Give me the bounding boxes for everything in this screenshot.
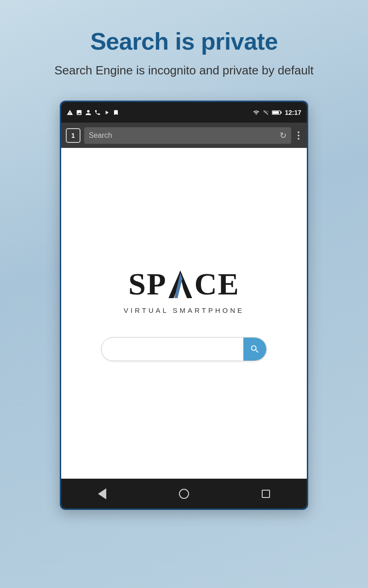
phone-mockup: 12:17 1 Search ↻ SP — [60, 101, 308, 510]
back-button[interactable] — [91, 482, 114, 505]
page-subtitle: Search Engine is incognito and private b… — [9, 63, 359, 78]
menu-dot-2 — [298, 135, 299, 136]
browser-search-text: Search — [89, 131, 112, 140]
search-submit-button[interactable] — [243, 338, 266, 361]
page-title: Search is private — [9, 28, 359, 55]
search-icon — [250, 344, 260, 354]
logo-ce-text: CE — [194, 266, 239, 302]
home-icon — [179, 489, 189, 499]
recent-button[interactable] — [254, 482, 277, 505]
wifi-icon — [253, 109, 260, 116]
reload-button[interactable]: ↻ — [280, 130, 287, 141]
play-icon — [104, 109, 110, 116]
logo-subtitle: VIRTUAL SMARTPHONE — [124, 306, 244, 314]
status-icons-left — [67, 109, 119, 116]
recent-icon — [262, 490, 270, 498]
menu-dot-1 — [298, 131, 299, 133]
logo-a-svg — [167, 266, 194, 303]
signal-icon — [263, 109, 269, 116]
browser-content: SP CE — [61, 148, 307, 479]
logo-a-icon — [167, 266, 194, 303]
alert-icon — [67, 109, 73, 116]
search-box[interactable] — [101, 337, 267, 361]
bottom-nav — [61, 479, 307, 509]
battery-icon — [272, 109, 282, 116]
menu-dot-3 — [298, 138, 299, 140]
space-logo: SP CE — [124, 266, 244, 314]
logo-text-row: SP CE — [128, 266, 240, 303]
phone-icon — [94, 109, 101, 116]
browser-search-bar[interactable]: Search ↻ — [84, 127, 291, 144]
status-icons-right: 12:17 — [253, 109, 301, 116]
search-input[interactable] — [102, 339, 243, 359]
browser-toolbar: 1 Search ↻ — [61, 123, 307, 148]
status-bar: 12:17 — [61, 102, 307, 123]
status-time: 12:17 — [285, 109, 301, 116]
home-button[interactable] — [172, 482, 196, 505]
bookmark-icon — [113, 109, 119, 116]
back-icon — [98, 488, 106, 499]
logo-sp-text: SP — [128, 266, 167, 302]
page-header: Search is private Search Engine is incog… — [0, 0, 368, 87]
image-icon — [76, 109, 82, 116]
browser-menu-button[interactable] — [295, 130, 302, 141]
person-icon — [85, 109, 92, 116]
tab-count[interactable]: 1 — [66, 128, 80, 143]
svg-rect-2 — [281, 111, 282, 113]
svg-rect-3 — [272, 111, 279, 114]
